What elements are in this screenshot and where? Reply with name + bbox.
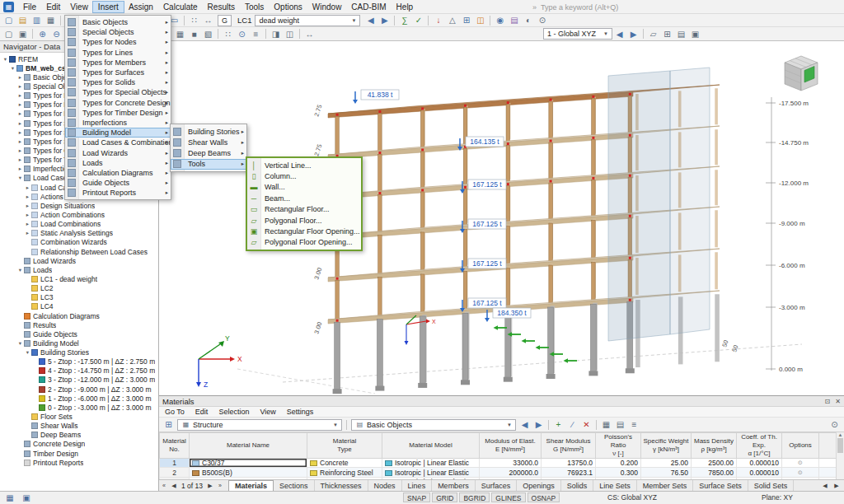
expander-icon[interactable]: ▸ <box>24 203 31 209</box>
node-marker[interactable] <box>629 299 631 301</box>
background-icon[interactable]: ▤ <box>674 28 688 40</box>
expander-icon[interactable]: ▸ <box>16 129 24 136</box>
tree-item[interactable]: 4 - Ztop : -14.750 m | ΔZ : 2.750 m <box>0 366 158 376</box>
column[interactable] <box>506 268 510 309</box>
expander-icon[interactable]: ▾ <box>16 267 24 273</box>
bm-item-shear-walls[interactable]: Shear Walls▸ <box>171 137 246 147</box>
object-category-select[interactable]: ▤ Basic Objects ▼ <box>351 419 516 431</box>
tools-item-wall[interactable]: ▬Wall... <box>247 182 361 193</box>
material-model-cell[interactable]: Isotropic | Linear Elastic <box>382 468 480 477</box>
materials-panel-titlebar[interactable]: Materials ⊡ ✕ <box>159 396 844 407</box>
column-header-shear-modulus[interactable]: Shear ModulusG [N/mm²] <box>542 433 596 459</box>
tree-item[interactable]: LC1 - dead weight <box>0 274 158 283</box>
last-row-icon[interactable]: ▶ <box>532 419 546 431</box>
node-marker[interactable] <box>629 215 631 217</box>
supports-icon[interactable]: △ <box>445 15 459 26</box>
tree-item[interactable]: LC2 <box>0 284 158 293</box>
tree-item[interactable]: ▸Load Combinations <box>0 220 158 229</box>
value-cell-alpha[interactable]: 0.000010 <box>737 459 782 468</box>
menu-options[interactable]: Options <box>269 2 307 12</box>
material-type-cell[interactable]: Reinforcing Steel <box>307 468 382 477</box>
node-marker[interactable] <box>629 134 631 137</box>
tree-item[interactable]: 3 - Ztop : -12.000 m | ΔZ : 3.000 m <box>0 376 158 385</box>
insert-item-types-for-nodes[interactable]: Types for Nodes▸ <box>65 37 171 47</box>
zoom-out-icon[interactable]: ⊖ <box>49 28 63 40</box>
column[interactable] <box>592 139 596 178</box>
table-filter-select[interactable]: ▦ Structure ▼ <box>177 419 342 431</box>
column[interactable] <box>378 155 382 194</box>
materials-menu-edit[interactable]: Edit <box>195 408 209 416</box>
menu-insert[interactable]: Insert <box>93 2 124 12</box>
insert-item-types-for-surfaces[interactable]: Types for Surfaces▸ <box>65 68 171 77</box>
zoom-in-icon[interactable]: ⊕ <box>35 28 49 40</box>
column-header-material[interactable]: MaterialType <box>307 433 382 459</box>
insert-item-calculation-diagrams[interactable]: Calculation Diagrams▸ <box>65 168 171 178</box>
value-cell-gamma[interactable]: 25.00 <box>641 459 692 468</box>
list-view-icon[interactable]: ▤ <box>613 419 627 431</box>
tree-item[interactable]: 1 - Ztop : -6.000 m | ΔZ : 3.000 m <box>0 394 158 403</box>
mesh-icon[interactable]: ⊞ <box>459 15 473 26</box>
column[interactable] <box>420 316 425 387</box>
clipping-icon[interactable]: ◨ <box>269 28 283 40</box>
tools-item-polygonal-floor[interactable]: ▱Polygonal Floor... <box>247 215 361 226</box>
options-cell[interactable]: ⊙ <box>782 459 819 468</box>
display-settings-icon[interactable]: ⊙ <box>535 15 549 26</box>
section-icon[interactable]: ◫ <box>283 28 297 40</box>
table-tab-openings[interactable]: Openings <box>517 480 561 492</box>
tools-item-vertical-line[interactable]: │Vertical Line... <box>247 160 361 170</box>
materials-menu-settings[interactable]: Settings <box>287 408 314 416</box>
expander-icon[interactable]: ▾ <box>24 349 31 356</box>
toggle-bgrid[interactable]: BGRID <box>459 492 490 502</box>
node-marker[interactable] <box>550 180 552 183</box>
expander-icon[interactable]: ▸ <box>16 147 24 154</box>
loads-icon[interactable]: ↓ <box>431 15 445 26</box>
bm-item-tools[interactable]: Tools▸ <box>171 159 246 170</box>
expander-icon[interactable]: ▸ <box>24 221 31 227</box>
save-icon[interactable]: ▥ <box>30 15 44 26</box>
expander-icon[interactable]: ▸ <box>16 110 24 117</box>
value-cell-g[interactable]: 13750.0 <box>542 459 596 468</box>
visibility-icon[interactable]: ◉ <box>493 15 507 26</box>
expander-icon[interactable]: ▸ <box>16 156 24 163</box>
keyword-search[interactable]: » Type a keyword (Alt+Q) <box>532 2 841 12</box>
expander-icon[interactable]: ▸ <box>24 184 31 191</box>
value-cell-gamma[interactable]: 76.50 <box>641 468 692 477</box>
options-cell[interactable]: ⊙ <box>782 468 819 477</box>
wireframe-icon[interactable]: ▦ <box>173 28 187 40</box>
tree-item[interactable]: Calculation Diagrams <box>0 311 158 320</box>
column[interactable] <box>506 186 510 225</box>
value-cell-rho[interactable]: 2500.00 <box>692 459 737 468</box>
tree-item[interactable]: ▸Static Analysis Settings <box>0 229 158 238</box>
tree-item[interactable]: Results <box>0 320 158 329</box>
table-tab-surface-sets[interactable]: Surface Sets <box>693 480 748 492</box>
load-case-select[interactable]: dead weight ▼ <box>255 15 360 26</box>
tree-item[interactable]: Relationship Between Load Cases <box>0 247 158 256</box>
table-icon[interactable]: ⊞ <box>162 419 176 431</box>
tree-item[interactable]: 5 - Ztop : -17.500 m | ΔZ : 2.750 m <box>0 357 158 366</box>
column[interactable] <box>592 98 596 138</box>
tree-item[interactable]: Timber Design <box>0 449 158 458</box>
tree-item[interactable]: Shear Walls <box>0 422 158 431</box>
node-marker[interactable] <box>336 320 339 322</box>
value-cell-nu[interactable]: 0.300 <box>596 468 641 477</box>
first-row-icon[interactable]: ◀ <box>518 419 532 431</box>
material-name-cell[interactable]: B500S(B) <box>190 468 307 477</box>
insert-item-basic-objects[interactable]: Basic Objects▸ <box>65 17 171 27</box>
column[interactable] <box>420 152 424 190</box>
tree-item[interactable]: ▾Building Stories <box>0 348 158 357</box>
filter-icon[interactable]: ≡ <box>627 419 641 431</box>
check-model-icon[interactable]: ✓ <box>411 15 425 26</box>
value-cell-e[interactable]: 200000.0 <box>480 468 542 477</box>
tree-item[interactable]: LC4 <box>0 302 158 311</box>
menu-view[interactable]: View <box>65 2 93 12</box>
tree-item[interactable]: ▾Loads <box>0 265 158 274</box>
column[interactable] <box>463 229 467 269</box>
insert-item-types-for-lines[interactable]: Types for Lines▸ <box>65 48 171 58</box>
new-model-icon[interactable]: ▢ <box>2 15 16 26</box>
tree-item[interactable]: 0 - Ztop : -3.000 m | ΔZ : 3.000 m <box>0 403 158 412</box>
tools-item-beam[interactable]: ─Beam... <box>247 193 361 203</box>
material-name-cell[interactable]: C30/37 <box>190 459 307 468</box>
prev-page-icon[interactable]: ◀ <box>169 483 179 489</box>
insert-item-load-cases-combinations[interactable]: Load Cases & Combinations▸ <box>65 138 171 147</box>
tools-item-rectangular-floor[interactable]: ▭Rectangular Floor... <box>247 204 361 215</box>
